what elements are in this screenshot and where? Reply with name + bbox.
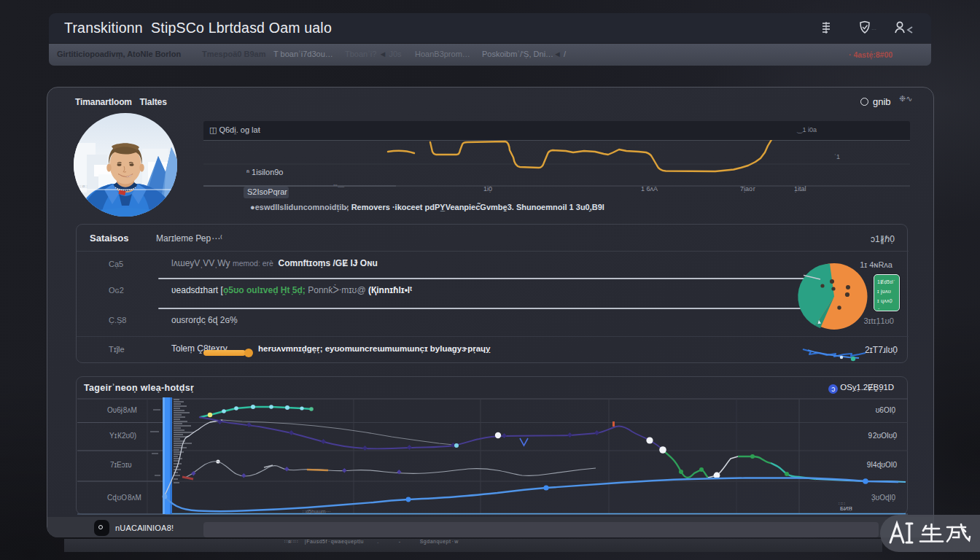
svg-text:1i0̣: 1i0̣ bbox=[483, 185, 492, 192]
svg-text:∷∷: ∷∷ bbox=[839, 501, 845, 506]
svg-text:∷∷о∷: ∷∷о∷ bbox=[78, 184, 87, 188]
svg-text:1 6ʌA: 1 6ʌA bbox=[641, 185, 658, 192]
svg-text:7ịao r: 7ịao r bbox=[740, 185, 755, 192]
svg-text:БИЯ̣: БИЯ̣ bbox=[840, 505, 852, 512]
svg-text:ʾ1: ʾ1 bbox=[834, 153, 840, 160]
svg-text:…: … bbox=[871, 26, 876, 31]
svg-text:∷ḍ5huɯm⋯: ∷ḍ5huɯm⋯ bbox=[303, 509, 331, 514]
svg-text:1̣ital: 1̣ital bbox=[794, 185, 806, 192]
